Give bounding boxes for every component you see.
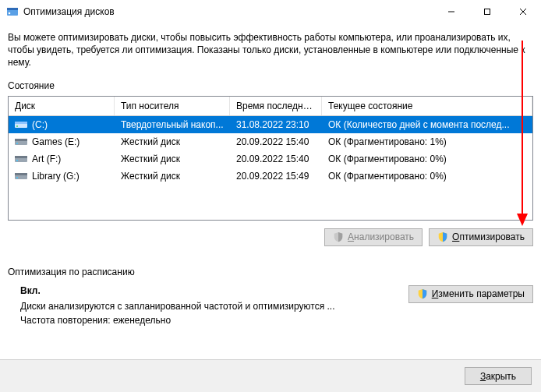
maximize-button[interactable] bbox=[469, 0, 505, 23]
cell-status: ОК (Фрагментировано: 0%) bbox=[322, 154, 532, 164]
window-controls bbox=[433, 0, 541, 23]
col-disk[interactable]: Диск bbox=[9, 97, 115, 115]
svg-point-9 bbox=[16, 125, 18, 127]
close-button[interactable] bbox=[505, 0, 541, 23]
description-text: Вы можете оптимизировать диски, чтобы по… bbox=[8, 31, 525, 69]
cell-last: 20.09.2022 15:40 bbox=[230, 154, 322, 164]
svg-point-2 bbox=[9, 12, 11, 15]
svg-rect-1 bbox=[7, 8, 18, 10]
change-settings-button[interactable]: Изменить параметры bbox=[408, 285, 533, 303]
schedule-line-2: Частота повторения: еженедельно bbox=[20, 315, 396, 326]
drive-icon bbox=[15, 154, 27, 163]
cell-status: ОК (Фрагментировано: 1%) bbox=[322, 136, 532, 147]
cell-media: Жесткий диск bbox=[115, 136, 230, 147]
cell-status: ОК (Фрагментировано: 0%) bbox=[322, 171, 532, 182]
titlebar: Оптимизация дисков bbox=[0, 0, 541, 23]
svg-rect-4 bbox=[485, 9, 490, 15]
svg-point-12 bbox=[16, 143, 18, 144]
drive-icon bbox=[15, 137, 27, 146]
optimize-button[interactable]: Оптимизировать bbox=[429, 228, 533, 246]
cell-media: Жесткий диск bbox=[115, 171, 230, 182]
schedule-line-1: Диски анализируются с запланированной ча… bbox=[20, 301, 396, 312]
svg-rect-17 bbox=[15, 173, 27, 175]
shield-icon bbox=[333, 231, 344, 242]
analyze-label: Анализировать bbox=[348, 231, 414, 242]
table-row[interactable]: Library (G:)Жесткий диск20.09.2022 15:49… bbox=[9, 168, 532, 185]
schedule-header: Оптимизация по расписанию bbox=[8, 267, 533, 277]
cell-last: 20.09.2022 15:40 bbox=[230, 136, 322, 147]
cell-media: Жесткий диск bbox=[115, 154, 230, 164]
cell-last: 31.08.2022 23:10 bbox=[230, 119, 322, 130]
cell-status: ОК (Количество дней с момента послед... bbox=[322, 119, 532, 130]
close-dialog-button[interactable]: Закрыть bbox=[465, 367, 532, 385]
shield-icon bbox=[437, 231, 448, 242]
close-label: Закрыть bbox=[480, 371, 516, 382]
table-row[interactable]: (C:)Твердотельный накоп...31.08.2022 23:… bbox=[9, 116, 532, 133]
col-status[interactable]: Текущее состояние bbox=[322, 97, 532, 115]
schedule-on: Вкл. bbox=[20, 285, 396, 296]
cell-disk: Games (E:) bbox=[9, 136, 115, 147]
app-icon bbox=[6, 5, 19, 18]
svg-point-18 bbox=[16, 177, 18, 178]
cell-disk: Library (G:) bbox=[9, 171, 115, 182]
shield-icon bbox=[417, 288, 428, 299]
svg-point-15 bbox=[16, 160, 18, 161]
table-row[interactable]: Games (E:)Жесткий диск20.09.2022 15:40ОК… bbox=[9, 133, 532, 150]
state-label: Состояние bbox=[8, 80, 533, 91]
change-settings-label: Изменить параметры bbox=[432, 288, 525, 299]
cell-disk: Art (F:) bbox=[9, 154, 115, 164]
drive-icon bbox=[15, 120, 27, 129]
table-row[interactable]: Art (F:)Жесткий диск20.09.2022 15:40ОК (… bbox=[9, 150, 532, 168]
svg-rect-11 bbox=[15, 139, 27, 141]
drive-icon bbox=[15, 171, 27, 180]
column-headers[interactable]: Диск Тип носителя Время последнег... Тек… bbox=[9, 97, 532, 116]
cell-media: Твердотельный накоп... bbox=[115, 119, 230, 130]
col-last[interactable]: Время последнег... bbox=[230, 97, 322, 115]
drive-list[interactable]: Диск Тип носителя Время последнег... Тек… bbox=[8, 96, 533, 221]
window-title: Оптимизация дисков bbox=[23, 6, 433, 17]
analyze-button[interactable]: Анализировать bbox=[324, 228, 423, 246]
svg-rect-14 bbox=[15, 156, 27, 158]
svg-rect-8 bbox=[15, 122, 27, 124]
cell-last: 20.09.2022 15:49 bbox=[230, 171, 322, 182]
footer: Закрыть bbox=[0, 359, 541, 392]
minimize-button[interactable] bbox=[433, 0, 469, 23]
cell-disk: (C:) bbox=[9, 119, 115, 130]
optimize-label: Оптимизировать bbox=[452, 231, 525, 242]
col-media[interactable]: Тип носителя bbox=[115, 97, 230, 115]
